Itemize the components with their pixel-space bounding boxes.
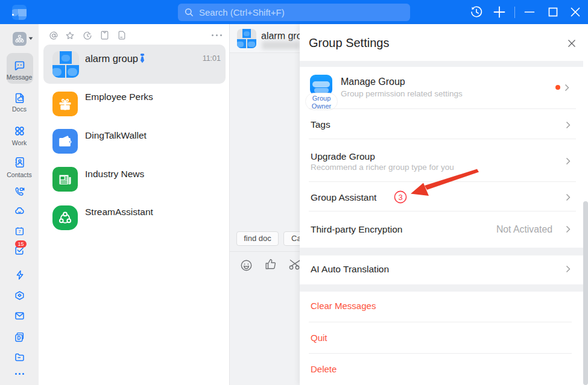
svg-text:3: 3: [398, 193, 402, 202]
svg-text:7: 7: [19, 230, 21, 234]
